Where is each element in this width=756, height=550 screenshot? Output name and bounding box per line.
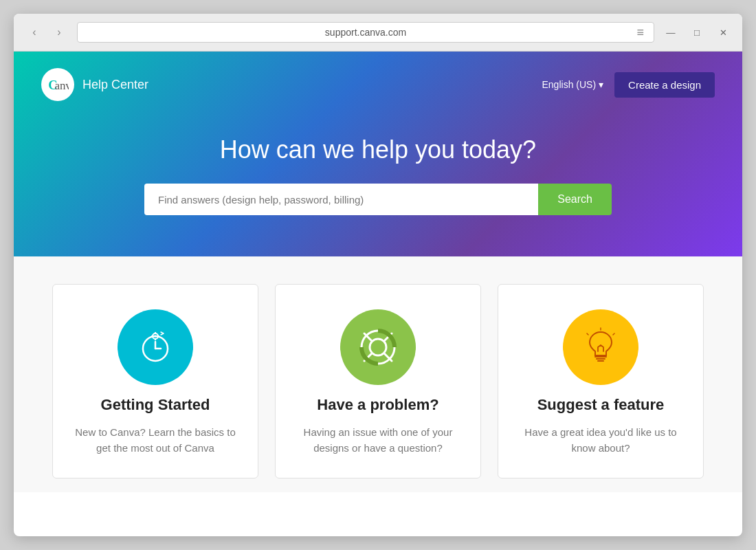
- browser-chrome: ‹ › support.canva.com ≡ — □ ✕: [14, 14, 742, 52]
- clock-icon: [135, 327, 176, 368]
- page-content: C anva Help Center English (US) ▾ Create…: [14, 52, 742, 536]
- minimize-button[interactable]: —: [663, 24, 679, 41]
- hero-nav: C anva Help Center English (US) ▾ Create…: [41, 68, 715, 101]
- browser-window: ‹ › support.canva.com ≡ — □ ✕ C anva: [14, 14, 742, 536]
- browser-menu-icon[interactable]: ≡: [636, 26, 644, 38]
- search-button[interactable]: Search: [538, 184, 612, 215]
- search-input[interactable]: [144, 184, 538, 215]
- cards-section: Getting Started New to Canva? Learn the …: [14, 256, 742, 492]
- hero-nav-right: English (US) ▾ Create a design: [542, 72, 715, 98]
- forward-button[interactable]: ›: [49, 23, 69, 42]
- address-bar[interactable]: support.canva.com ≡: [77, 22, 654, 43]
- getting-started-title: Getting Started: [101, 396, 210, 414]
- language-selector[interactable]: English (US) ▾: [542, 79, 604, 90]
- browser-nav: ‹ ›: [25, 23, 69, 42]
- help-center-label: Help Center: [82, 78, 148, 92]
- canva-logo: C anva: [41, 68, 74, 101]
- restore-button[interactable]: □: [689, 24, 705, 41]
- close-button[interactable]: ✕: [715, 24, 731, 41]
- svg-point-6: [155, 336, 157, 338]
- lifebuoy-icon: [356, 325, 400, 369]
- create-design-button[interactable]: Create a design: [614, 72, 715, 98]
- language-label: English (US): [542, 79, 597, 90]
- url-display: support.canva.com: [325, 27, 406, 38]
- problem-icon-circle: [340, 309, 416, 385]
- card-have-a-problem[interactable]: Have a problem? Having an issue with one…: [275, 284, 481, 478]
- canva-logo-svg: C anva: [47, 78, 69, 91]
- chevron-down-icon: ▾: [599, 79, 603, 90]
- logo-area: C anva Help Center: [41, 68, 148, 101]
- back-button[interactable]: ‹: [25, 23, 44, 42]
- have-a-problem-desc: Having an issue with one of your designs…: [292, 425, 464, 456]
- suggest-feature-title: Suggest a feature: [537, 396, 665, 414]
- svg-line-21: [587, 333, 588, 335]
- lightbulb-icon: [580, 327, 621, 368]
- svg-line-22: [613, 333, 614, 335]
- getting-started-desc: New to Canva? Learn the basics to get th…: [69, 425, 241, 456]
- hero-section: C anva Help Center English (US) ▾ Create…: [14, 52, 742, 256]
- svg-text:anva: anva: [54, 79, 69, 91]
- hero-title: How can we help you today?: [41, 135, 715, 164]
- have-a-problem-title: Have a problem?: [317, 396, 438, 414]
- browser-controls: — □ ✕: [663, 24, 731, 41]
- feature-icon-circle: [563, 309, 638, 385]
- search-area: Search: [144, 184, 612, 215]
- card-suggest-feature[interactable]: Suggest a feature Have a great idea you'…: [498, 284, 704, 478]
- card-getting-started[interactable]: Getting Started New to Canva? Learn the …: [52, 284, 258, 478]
- getting-started-icon-circle: [118, 309, 193, 385]
- suggest-feature-desc: Have a great idea you'd like us to know …: [515, 425, 687, 456]
